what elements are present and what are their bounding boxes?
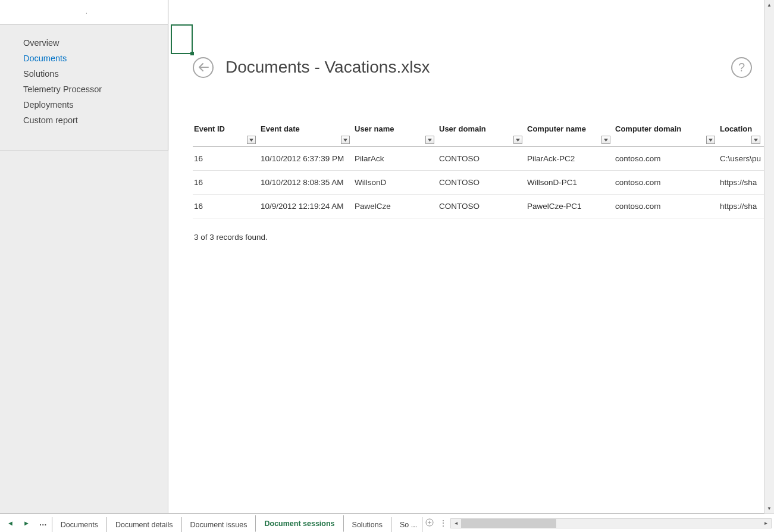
cell-event_date: 10/10/2012 6:37:39 PM (259, 147, 353, 171)
sidebar-item-overview[interactable]: Overview (0, 35, 168, 51)
sheet-nav: ◄ ► … (0, 514, 49, 532)
back-button[interactable] (193, 57, 214, 78)
content-area: Documents - Vacations.xlsx ? Event IDEve… (168, 0, 764, 513)
column-header-label: User name (355, 124, 394, 133)
scroll-right-arrow-icon[interactable]: ► (761, 519, 771, 528)
cell-user_name: PawelCze (353, 195, 438, 218)
filter-dropdown-icon[interactable] (425, 136, 434, 144)
hscroll-thumb[interactable] (461, 519, 556, 528)
scroll-up-arrow-icon[interactable]: ▲ (764, 0, 774, 10)
question-icon: ? (738, 61, 745, 74)
filter-dropdown-icon[interactable] (706, 136, 715, 144)
sidebar-list: OverviewDocumentsSolutionsTelemetry Proc… (0, 24, 168, 151)
column-header-event-id[interactable]: Event ID (193, 122, 259, 147)
column-header-label: User domain (439, 124, 486, 133)
cell-location: https://sha (719, 171, 764, 195)
sidebar-header (0, 0, 168, 24)
vertical-scrollbar[interactable]: ▲ ▼ (764, 0, 774, 514)
sheet-tab-bar: ◄ ► … DocumentsDocument detailsDocument … (0, 514, 774, 532)
cell-computer_name: PilarAck-PC2 (526, 147, 614, 171)
active-cell-indicator[interactable] (171, 24, 193, 54)
cell-user_name: WillsonD (353, 171, 438, 195)
table-row[interactable]: 1610/10/2012 8:08:35 AMWillsonDCONTOSOWi… (193, 171, 764, 195)
column-header-location[interactable]: Location (719, 122, 764, 147)
sheet-nav-more-icon[interactable]: … (39, 518, 47, 528)
cell-computer_domain: contoso.com (614, 147, 719, 171)
cell-user_domain: CONTOSO (438, 171, 526, 195)
column-header-event-date[interactable]: Event date (259, 122, 353, 147)
cell-event_date: 10/9/2012 12:19:24 AM (259, 195, 353, 218)
records-summary: 3 of 3 records found. (193, 218, 764, 242)
table-row[interactable]: 1610/9/2012 12:19:24 AMPawelCzeCONTOSOPa… (193, 195, 764, 218)
column-header-label: Event date (261, 124, 300, 133)
sidebar-item-telemetry-processor[interactable]: Telemetry Processor (0, 82, 168, 97)
sheet-tab-document-issues[interactable]: Document issues (181, 517, 256, 532)
scroll-track[interactable] (764, 10, 774, 503)
cell-event_date: 10/10/2012 8:08:35 AM (259, 171, 353, 195)
sheet-nav-prev-icon[interactable]: ◄ (7, 520, 14, 527)
sidebar-item-custom-report[interactable]: Custom report (0, 112, 168, 128)
cell-event_id: 16 (193, 147, 259, 171)
cell-user_name: PilarAck (353, 147, 438, 171)
cell-computer_name: WillsonD-PC1 (526, 171, 614, 195)
column-header-computer-domain[interactable]: Computer domain (614, 122, 719, 147)
sheet-nav-next-icon[interactable]: ► (23, 520, 30, 527)
hscroll-track[interactable] (461, 519, 761, 528)
sheet-tab-so-[interactable]: So ... (391, 517, 422, 532)
cell-event_id: 16 (193, 171, 259, 195)
sheet-tab-document-details[interactable]: Document details (106, 517, 182, 532)
cell-computer_domain: contoso.com (614, 195, 719, 218)
cell-event_id: 16 (193, 195, 259, 218)
page-header: Documents - Vacations.xlsx ? (193, 52, 764, 82)
sheet-tabs: DocumentsDocument detailsDocument issues… (52, 514, 422, 532)
sidebar-spacer (0, 151, 168, 513)
scroll-left-arrow-icon[interactable]: ◄ (451, 519, 461, 528)
filter-dropdown-icon[interactable] (513, 136, 522, 144)
cell-user_domain: CONTOSO (438, 195, 526, 218)
tab-options-icon[interactable]: ⋮ (437, 514, 448, 532)
cell-computer_name: PawelCze-PC1 (526, 195, 614, 218)
column-header-label: Computer domain (615, 124, 681, 133)
new-sheet-button[interactable] (422, 515, 437, 530)
cell-location: https://sha (719, 195, 764, 218)
plus-circle-icon (425, 518, 434, 527)
cell-computer_domain: contoso.com (614, 171, 719, 195)
cell-location: C:\users\pu (719, 147, 764, 171)
filter-dropdown-icon[interactable] (751, 136, 760, 144)
column-header-label: Location (720, 124, 752, 133)
sidebar-item-deployments[interactable]: Deployments (0, 97, 168, 112)
filter-dropdown-icon[interactable] (601, 136, 610, 144)
column-header-computer-name[interactable]: Computer name (526, 122, 614, 147)
column-header-user-name[interactable]: User name (353, 122, 438, 147)
sheet-tab-solutions[interactable]: Solutions (343, 517, 391, 532)
help-button[interactable]: ? (731, 57, 752, 78)
table-row[interactable]: 1610/10/2012 6:37:39 PMPilarAckCONTOSOPi… (193, 147, 764, 171)
sheet-tab-documents[interactable]: Documents (52, 517, 107, 532)
page-title: Documents - Vacations.xlsx (225, 58, 430, 77)
column-header-label: Computer name (527, 124, 586, 133)
cell-user_domain: CONTOSO (438, 147, 526, 171)
sidebar: OverviewDocumentsSolutionsTelemetry Proc… (0, 0, 168, 513)
filter-dropdown-icon[interactable] (247, 136, 256, 144)
sidebar-item-solutions[interactable]: Solutions (0, 66, 168, 82)
data-table: Event IDEvent dateUser nameUser domainCo… (193, 122, 764, 218)
filter-dropdown-icon[interactable] (341, 136, 350, 144)
column-header-user-domain[interactable]: User domain (438, 122, 526, 147)
scroll-down-arrow-icon[interactable]: ▼ (764, 503, 774, 514)
column-header-label: Event ID (194, 124, 225, 133)
data-table-wrap: Event IDEvent dateUser nameUser domainCo… (193, 122, 764, 242)
horizontal-scrollbar[interactable]: ◄ ► (450, 518, 772, 528)
sheet-tab-document-sessions[interactable]: Document sessions (255, 515, 343, 532)
sidebar-item-documents[interactable]: Documents (0, 51, 168, 66)
